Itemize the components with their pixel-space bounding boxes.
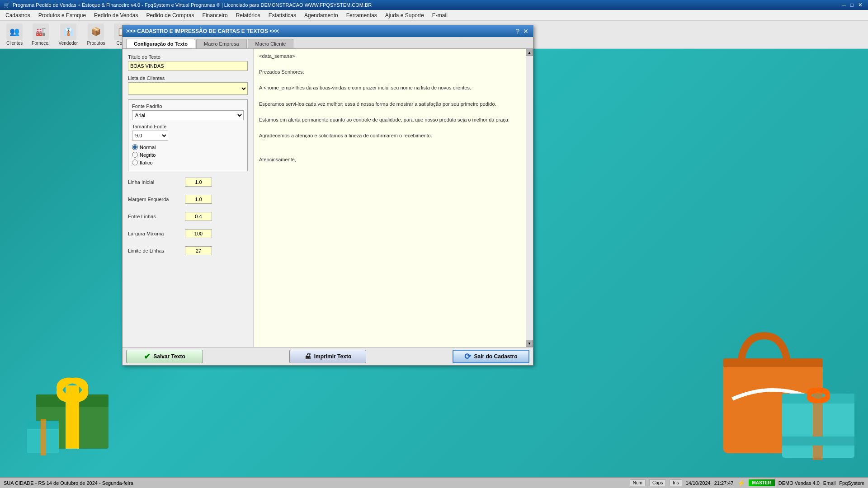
clients-icon: 👥 bbox=[6, 23, 23, 40]
tamanho-fonte-select[interactable]: 8.0 9.0 10.0 11.0 12.0 bbox=[132, 131, 168, 141]
print-button[interactable]: 🖨 Imprimir Texto bbox=[289, 350, 366, 363]
scroll-up-button[interactable]: ▲ bbox=[526, 49, 533, 56]
tab-macro-cliente[interactable]: Macro Cliente bbox=[248, 39, 294, 48]
exit-icon: ⟳ bbox=[464, 352, 471, 361]
tab-configuracao[interactable]: Configuração do Texto bbox=[126, 39, 195, 48]
tab-bar: Configuração do Texto Macro Empresa Macr… bbox=[123, 37, 533, 49]
scrollbar[interactable]: ▲ ▼ bbox=[526, 49, 533, 347]
limite-linhas-label: Limite de Linhas bbox=[128, 248, 182, 253]
status-city: SUA CIDADE - RS 14 de Outubro de 2024 - … bbox=[4, 480, 133, 486]
radio-negrito[interactable]: Negrito bbox=[132, 152, 244, 158]
limite-linhas-input[interactable] bbox=[185, 246, 212, 255]
save-button[interactable]: ✔ Salvar Texto bbox=[126, 350, 203, 363]
status-bar: SUA CIDADE - RS 14 de Outubro de 2024 - … bbox=[0, 477, 868, 488]
toolbar-clientes-label: Clientes bbox=[6, 41, 23, 46]
status-master: MASTER bbox=[749, 479, 775, 486]
menu-ajuda[interactable]: Ajuda e Suporte bbox=[382, 11, 428, 19]
status-ins: Ins bbox=[670, 479, 682, 486]
text-line-3: A <nome_emp> lhes dá as boas-vindas e co… bbox=[259, 84, 520, 92]
menu-pedido-vendas[interactable]: Pedido de Vendas bbox=[90, 11, 142, 19]
text-content-area[interactable]: <data_semana> Prezados Senhores: A <nome… bbox=[254, 49, 526, 347]
svg-rect-13 bbox=[782, 436, 854, 446]
fonte-padrao-label: Fonte Padrão bbox=[132, 103, 244, 109]
toolbar-produtos[interactable]: 📦 Produtos bbox=[84, 23, 108, 47]
radio-normal[interactable]: Normal bbox=[132, 144, 244, 150]
status-num: Num bbox=[630, 479, 646, 486]
status-time: 21:27:47 bbox=[714, 480, 734, 486]
fonte-padrao-group: Fonte Padrão Arial Times New Roman Couri… bbox=[132, 103, 244, 120]
print-label: Imprimir Texto bbox=[314, 353, 351, 360]
text-line-2: Prezados Senhores: bbox=[259, 68, 520, 76]
radio-italico[interactable]: Italico bbox=[132, 160, 244, 165]
menu-cadastros[interactable]: Cadastros bbox=[2, 11, 34, 19]
status-demo: DEMO Vendas 4.0 bbox=[778, 480, 820, 486]
menu-relatorios[interactable]: Relatórios bbox=[232, 11, 264, 19]
toolbar-fornece-label: Fornece. bbox=[32, 41, 49, 46]
limite-linhas-group: Limite de Linhas bbox=[128, 246, 248, 255]
entre-linhas-group: Entre Linhas bbox=[128, 212, 248, 221]
text-line-6: Agradecemos a atenção e solicitamos a fi… bbox=[259, 132, 520, 140]
button-bar: ✔ Salvar Texto 🖨 Imprimir Texto ⟳ Sair d… bbox=[123, 347, 533, 365]
dialog-close-button[interactable]: ✕ bbox=[522, 28, 529, 34]
produtos-icon: 📦 bbox=[88, 23, 104, 40]
largura-maxima-input[interactable] bbox=[185, 229, 212, 238]
status-caps: Caps bbox=[649, 479, 666, 486]
estilo-radio-group: Normal Negrito Italico bbox=[132, 144, 244, 165]
dialog-title-bar: >>> CADASTRO E IMPRESSÃO DE CARTAS E TEX… bbox=[123, 25, 533, 37]
dialog-body: Título do Texto Lista de Clientes Fon bbox=[123, 49, 533, 347]
dialog-title: >>> CADASTRO E IMPRESSÃO DE CARTAS E TEX… bbox=[126, 28, 279, 34]
toolbar-fornece[interactable]: 🏭 Fornece. bbox=[29, 23, 52, 47]
toolbar-vendedor-label: Vendedor bbox=[59, 41, 78, 46]
menu-agendamento[interactable]: Agendamento bbox=[301, 11, 342, 19]
menu-bar: Cadastros Produtos e Estoque Pedido de V… bbox=[0, 10, 868, 21]
menu-ferramentas[interactable]: Ferramentas bbox=[343, 11, 381, 19]
lista-clientes-select[interactable] bbox=[128, 82, 248, 95]
menu-produtos-estoque[interactable]: Produtos e Estoque bbox=[35, 11, 90, 19]
status-system: FpqSystem bbox=[839, 480, 864, 486]
close-button[interactable]: ✕ bbox=[856, 2, 864, 8]
print-icon: 🖨 bbox=[304, 352, 311, 361]
exit-label: Sair do Cadastro bbox=[474, 353, 517, 360]
left-panel: Título do Texto Lista de Clientes Fon bbox=[123, 49, 254, 347]
fornece-icon: 🏭 bbox=[33, 23, 49, 40]
fonte-padrao-select[interactable]: Arial Times New Roman Courier New Verdan… bbox=[132, 110, 244, 120]
linha-inicial-group: Linha Inicial bbox=[128, 178, 248, 187]
tamanho-fonte-label: Tamanho Fonte bbox=[132, 124, 244, 129]
menu-email[interactable]: E-mail bbox=[429, 11, 451, 19]
text-line-1: <data_semana> bbox=[259, 52, 520, 61]
margem-esquerda-label: Margem Esquerda bbox=[128, 197, 182, 202]
largura-maxima-group: Largura Máxima bbox=[128, 229, 248, 238]
menu-estatisticas[interactable]: Estatísticas bbox=[265, 11, 300, 19]
exit-button[interactable]: ⟳ Sair do Cadastro bbox=[453, 350, 529, 363]
titulo-texto-label: Título do Texto bbox=[128, 54, 248, 60]
scroll-down-button[interactable]: ▼ bbox=[526, 340, 533, 347]
maximize-button[interactable]: □ bbox=[849, 2, 855, 8]
title-bar-text: Programa Pedido de Vendas + Estoque & Fi… bbox=[13, 2, 372, 8]
save-icon: ✔ bbox=[144, 352, 151, 361]
title-bar: 🛒 Programa Pedido de Vendas + Estoque & … bbox=[0, 0, 868, 10]
text-line-4: Esperamos servi-los cada vez melhor; ess… bbox=[259, 100, 520, 108]
minimize-button[interactable]: ─ bbox=[840, 2, 848, 8]
font-settings-section: Fonte Padrão Arial Times New Roman Couri… bbox=[128, 99, 248, 171]
scroll-track bbox=[526, 56, 533, 340]
menu-pedido-compras[interactable]: Pedido de Compras bbox=[143, 11, 198, 19]
entre-linhas-input[interactable] bbox=[185, 212, 212, 221]
toolbar-clientes[interactable]: 👥 Clientes bbox=[4, 23, 25, 47]
linha-inicial-input[interactable] bbox=[185, 178, 212, 187]
toolbar-vendedor[interactable]: 👔 Vendedor bbox=[56, 23, 81, 47]
tab-macro-empresa[interactable]: Macro Empresa bbox=[196, 39, 247, 48]
status-date: 14/10/2024 bbox=[686, 480, 711, 486]
status-email: Email bbox=[823, 480, 836, 486]
menu-financeiro[interactable]: Financeiro bbox=[199, 11, 231, 19]
margem-esquerda-group: Margem Esquerda bbox=[128, 195, 248, 204]
svg-rect-7 bbox=[41, 419, 46, 455]
linha-inicial-label: Linha Inicial bbox=[128, 179, 182, 185]
dialog-help-button[interactable]: ? bbox=[515, 28, 520, 34]
titulo-texto-input[interactable] bbox=[128, 61, 248, 71]
tamanho-fonte-group: Tamanho Fonte 8.0 9.0 10.0 11.0 12.0 bbox=[132, 124, 244, 141]
save-label: Salvar Texto bbox=[153, 353, 185, 360]
titulo-texto-group: Título do Texto bbox=[128, 54, 248, 71]
largura-maxima-label: Largura Máxima bbox=[128, 231, 182, 236]
margem-esquerda-input[interactable] bbox=[185, 195, 212, 204]
entre-linhas-label: Entre Linhas bbox=[128, 214, 182, 219]
